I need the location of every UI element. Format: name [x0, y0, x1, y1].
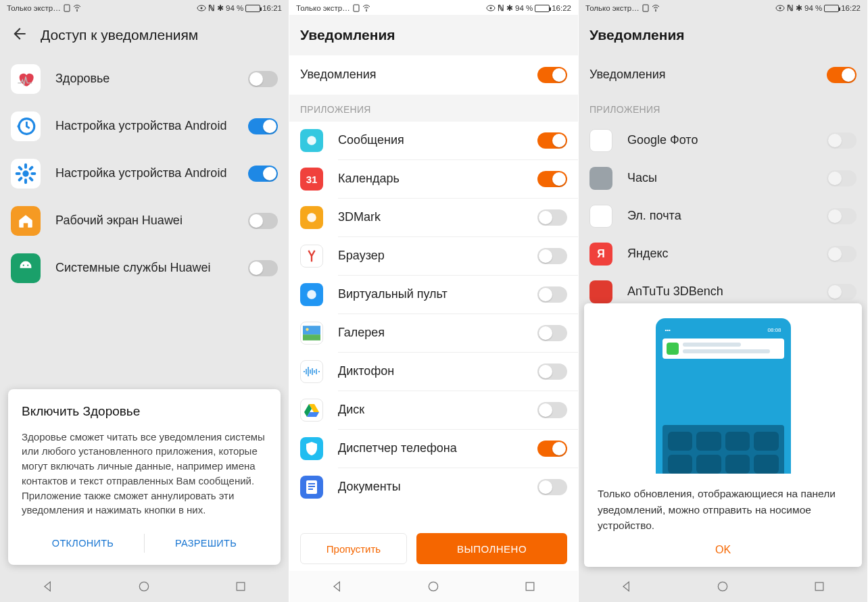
- toggle[interactable]: [537, 402, 567, 418]
- info-dialog: •••08:08 Только обновления, отображающие…: [584, 303, 862, 567]
- appbar: Уведомления: [579, 15, 867, 55]
- app-label: Эл. почта: [627, 208, 827, 224]
- nav-recent-icon[interactable]: [234, 580, 247, 593]
- svg-rect-31: [815, 582, 823, 591]
- nav-home-icon[interactable]: [137, 580, 151, 593]
- svg-rect-21: [308, 483, 315, 484]
- app-row[interactable]: Часы: [579, 159, 867, 197]
- nfc-icon: ℕ: [787, 3, 794, 13]
- app-row[interactable]: Диктофон: [289, 353, 578, 391]
- nav-recent-icon[interactable]: [813, 580, 826, 593]
- wifi-icon: [73, 4, 81, 12]
- list-item[interactable]: Здоровье: [0, 55, 289, 103]
- master-toggle-row[interactable]: Уведомления: [579, 55, 867, 95]
- app-icon: Я: [589, 243, 612, 266]
- toggle[interactable]: [537, 441, 567, 457]
- toggle[interactable]: [537, 286, 567, 303]
- list-item[interactable]: Настройка устройства Android: [0, 103, 289, 150]
- toggle[interactable]: [537, 67, 567, 83]
- clock: 16:21: [262, 4, 282, 12]
- section-label: ПРИЛОЖЕНИЯ: [579, 95, 867, 122]
- toggle[interactable]: [827, 67, 857, 83]
- list-item[interactable]: Рабочий экран Huawei: [0, 197, 289, 245]
- toggle[interactable]: [537, 209, 567, 226]
- svg-point-14: [307, 136, 316, 145]
- toggle[interactable]: [827, 284, 857, 300]
- toggle[interactable]: [537, 479, 567, 495]
- wifi-icon: [362, 4, 370, 12]
- nav-back-icon[interactable]: [331, 580, 344, 593]
- eye-icon: [197, 4, 206, 12]
- toggle[interactable]: [827, 132, 857, 149]
- status-bar: Только экстр… ℕ ✱ 94 % 16:22: [579, 0, 867, 15]
- history-icon: [11, 111, 41, 141]
- svg-rect-18: [303, 334, 320, 341]
- app-row[interactable]: Эл. почта: [579, 197, 867, 235]
- toggle[interactable]: [537, 363, 567, 380]
- app-row[interactable]: Диск: [289, 391, 578, 429]
- battery-icon: [535, 5, 550, 12]
- app-row[interactable]: 31 Календарь: [289, 160, 578, 198]
- done-button[interactable]: ВЫПОЛНЕНО: [416, 533, 567, 564]
- toggle[interactable]: [248, 71, 278, 87]
- appbar: Уведомления: [289, 15, 578, 55]
- app-label: Google Фото: [627, 132, 827, 148]
- page-title: Доступ к уведомлениям: [41, 27, 198, 43]
- list-item[interactable]: Системные службы Huawei: [0, 245, 289, 292]
- toggle[interactable]: [248, 166, 278, 182]
- clock: 16:22: [841, 4, 861, 12]
- app-row[interactable]: Галерея: [289, 314, 578, 352]
- ok-button[interactable]: OK: [598, 533, 848, 560]
- app-row[interactable]: Сообщения: [289, 122, 578, 159]
- toggle[interactable]: [537, 171, 567, 187]
- app-row[interactable]: Виртуальный пульт: [289, 276, 578, 313]
- nav-back-icon[interactable]: [41, 580, 55, 593]
- nfc-icon: ℕ: [208, 3, 215, 13]
- app-row[interactable]: 3DMark: [289, 199, 578, 236]
- svg-point-16: [307, 290, 316, 299]
- cancel-button[interactable]: ОТКЛОНИТЬ: [22, 530, 144, 557]
- nav-home-icon[interactable]: [427, 580, 440, 593]
- nav-recent-icon[interactable]: [523, 580, 537, 593]
- svg-rect-25: [526, 582, 534, 591]
- svg-point-5: [22, 170, 28, 176]
- svg-rect-22: [308, 486, 315, 487]
- back-icon[interactable]: [11, 25, 28, 45]
- master-toggle-row[interactable]: Уведомления: [289, 55, 578, 95]
- list-item[interactable]: Настройка устройства Android: [0, 150, 289, 197]
- status-bar: Только экстр… ℕ ✱ 94 % 16:22: [289, 0, 578, 15]
- nav-home-icon[interactable]: [716, 580, 729, 593]
- svg-point-15: [307, 213, 316, 222]
- app-row[interactable]: Google Фото: [579, 122, 867, 159]
- allow-button[interactable]: РАЗРЕШИТЬ: [145, 530, 267, 557]
- toggle[interactable]: [537, 132, 567, 149]
- app-icon: [300, 399, 323, 422]
- toggle[interactable]: [248, 213, 278, 229]
- app-label: Диск: [338, 402, 537, 418]
- clock: 16:22: [552, 4, 571, 12]
- app-row[interactable]: Браузер: [289, 237, 578, 275]
- svg-point-13: [490, 7, 492, 9]
- nav-back-icon[interactable]: [620, 580, 633, 593]
- app-icon: [300, 322, 323, 345]
- svg-rect-10: [354, 5, 359, 11]
- app-row[interactable]: Диспетчер телефона: [289, 430, 578, 468]
- toggle[interactable]: [827, 170, 857, 186]
- toggle[interactable]: [827, 246, 857, 262]
- app-row[interactable]: Документы: [289, 468, 578, 506]
- skip-button[interactable]: Пропустить: [300, 533, 407, 564]
- toggle[interactable]: [248, 118, 278, 134]
- carrier-label: Только экстр…: [7, 4, 61, 12]
- toggle[interactable]: [537, 325, 567, 341]
- wifi-icon: [652, 4, 660, 12]
- app-icon: [300, 129, 323, 152]
- app-icon: [589, 129, 612, 152]
- app-label: Браузер: [338, 248, 537, 264]
- svg-point-19: [306, 328, 308, 330]
- toggle[interactable]: [827, 208, 857, 224]
- toggle[interactable]: [537, 248, 567, 264]
- app-row[interactable]: Я Яндекс: [579, 235, 867, 273]
- sim-icon: [642, 4, 650, 12]
- svg-rect-9: [237, 582, 245, 591]
- toggle[interactable]: [248, 260, 278, 276]
